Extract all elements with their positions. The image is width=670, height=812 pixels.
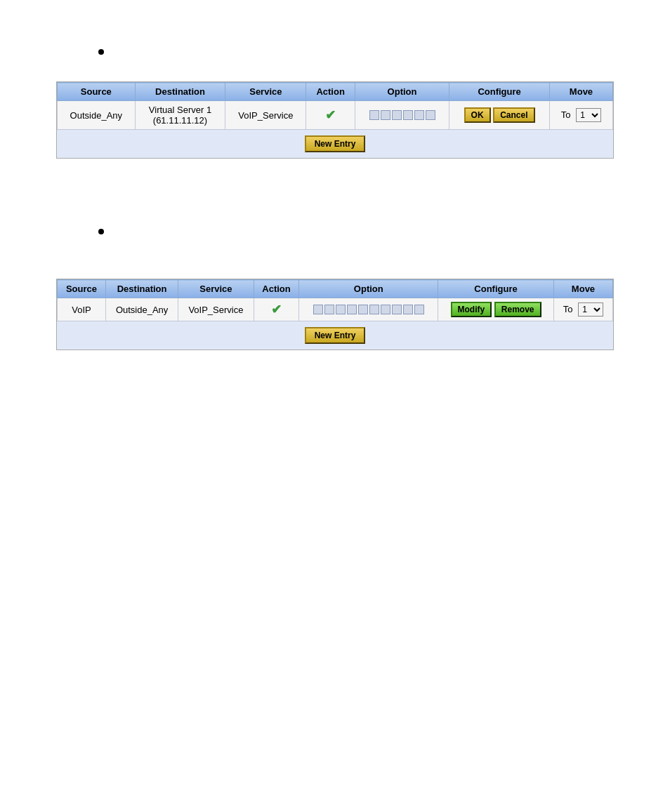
- col-header-service-2: Service: [178, 280, 254, 298]
- cell-move-2: To 1 2: [553, 298, 612, 321]
- cell-configure-2: Modify Remove: [438, 298, 554, 321]
- col-header-configure-1: Configure: [449, 83, 550, 101]
- col-header-action-1: Action: [306, 83, 355, 101]
- cell-destination-1: Virtual Server 1 (61.11.11.12): [135, 101, 225, 130]
- col-header-source-2: Source: [58, 280, 106, 298]
- table-row-2: VoIP Outside_Any VoIP_Service ✔: [58, 298, 613, 321]
- firewall-table-1: Source Destination Service Action Option…: [56, 81, 614, 159]
- option-box-2-3[interactable]: [336, 305, 346, 314]
- col-header-action-2: Action: [254, 280, 299, 298]
- cell-source-1: Outside_Any: [58, 101, 136, 130]
- cell-option-1: [355, 101, 449, 130]
- option-box-1-1[interactable]: [369, 110, 379, 120]
- option-box-2-8[interactable]: [392, 305, 402, 314]
- option-box-2-2[interactable]: [324, 305, 334, 314]
- col-header-service-1: Service: [225, 83, 306, 101]
- move-select-2[interactable]: 1 2: [578, 302, 603, 317]
- option-box-2-1[interactable]: [313, 305, 323, 314]
- option-box-2-5[interactable]: [358, 305, 368, 314]
- dest-line2-1: (61.11.11.12): [153, 115, 207, 126]
- col-header-source-1: Source: [58, 83, 136, 101]
- action-checkmark-2: ✔: [271, 302, 282, 317]
- move-select-1[interactable]: 1 2: [576, 108, 601, 122]
- col-header-move-2: Move: [553, 280, 612, 298]
- ok-button-1[interactable]: OK: [464, 107, 491, 123]
- col-header-move-1: Move: [549, 83, 612, 101]
- cell-service-1: VoIP_Service: [225, 101, 306, 130]
- option-box-1-4[interactable]: [403, 110, 413, 120]
- cell-action-1: ✔: [306, 101, 355, 130]
- col-header-configure-2: Configure: [438, 280, 554, 298]
- option-box-2-6[interactable]: [369, 305, 379, 314]
- new-entry-row-2: New Entry: [57, 321, 613, 350]
- option-box-1-3[interactable]: [392, 110, 402, 120]
- col-header-destination-2: Destination: [105, 280, 178, 298]
- new-entry-button-1[interactable]: New Entry: [305, 135, 366, 152]
- cell-source-2: VoIP: [58, 298, 106, 321]
- cell-option-2: [299, 298, 438, 321]
- cell-action-2: ✔: [254, 298, 299, 321]
- bullet-point-2: [98, 229, 104, 234]
- cancel-button-1[interactable]: Cancel: [493, 107, 534, 123]
- table-row-1: Outside_Any Virtual Server 1 (61.11.11.1…: [58, 101, 613, 130]
- option-box-2-10[interactable]: [414, 305, 424, 314]
- option-box-2-4[interactable]: [347, 305, 357, 314]
- firewall-table-2: Source Destination Service Action Option…: [56, 279, 614, 350]
- bullet-point-1: [98, 49, 104, 55]
- cell-service-2: VoIP_Service: [178, 298, 254, 321]
- move-to-label-1: To: [561, 109, 571, 120]
- option-box-1-5[interactable]: [414, 110, 424, 120]
- option-box-1-2[interactable]: [381, 110, 390, 120]
- option-box-1-6[interactable]: [426, 110, 435, 120]
- cell-move-1: To 1 2: [549, 101, 612, 130]
- col-header-option-1: Option: [355, 83, 449, 101]
- cell-destination-2: Outside_Any: [105, 298, 178, 321]
- new-entry-button-2[interactable]: New Entry: [305, 327, 366, 344]
- option-box-2-7[interactable]: [381, 305, 390, 314]
- cell-configure-1: OK Cancel: [449, 101, 550, 130]
- col-header-option-2: Option: [299, 280, 438, 298]
- dest-line1-1: Virtual Server 1: [149, 105, 211, 115]
- col-header-destination-1: Destination: [135, 83, 225, 101]
- new-entry-row-1: New Entry: [57, 130, 613, 158]
- option-box-2-9[interactable]: [403, 305, 413, 314]
- remove-button-2[interactable]: Remove: [494, 302, 541, 317]
- action-checkmark-1: ✔: [325, 108, 336, 122]
- modify-button-2[interactable]: Modify: [451, 302, 492, 317]
- move-to-label-2: To: [563, 304, 573, 314]
